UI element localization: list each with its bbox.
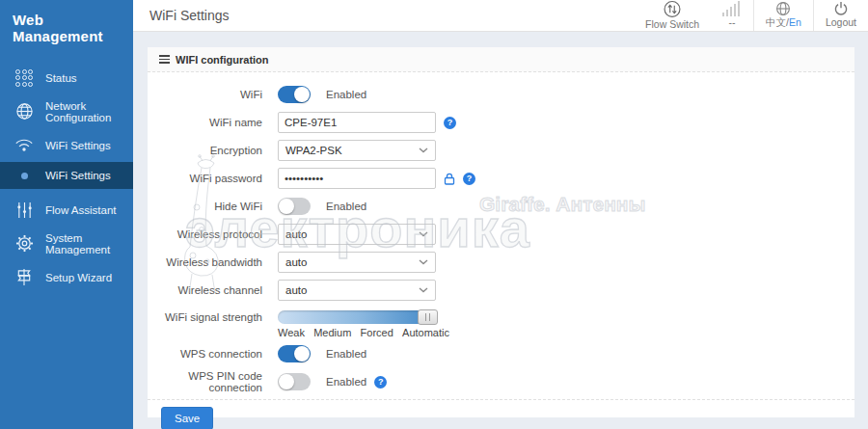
topbar: WiFi Settings Flow Switch -- 中文/En — [133, 0, 868, 32]
wifi-name-label: WiFi name — [148, 117, 278, 128]
sliders-icon — [13, 201, 36, 219]
wifi-toggle[interactable] — [278, 86, 311, 103]
wifi-row: WiFi Enabled — [148, 84, 854, 105]
sidebar: Web Management Status Network Configurat… — [0, 0, 133, 429]
wireless-bandwidth-select[interactable]: auto — [278, 252, 436, 273]
wireless-bandwidth-label: Wireless bandwidth — [148, 256, 278, 268]
sidebar-item-status[interactable]: Status — [0, 61, 133, 94]
sidebar-item-label: Setup Wizard — [45, 272, 112, 283]
encryption-label: Encryption — [148, 145, 278, 156]
help-icon[interactable]: ? — [444, 117, 456, 129]
chevron-down-icon — [419, 231, 428, 237]
slider-option-medium[interactable]: Medium — [313, 327, 351, 338]
wifi-name-input[interactable] — [278, 112, 436, 133]
wireless-protocol-select[interactable]: auto — [278, 224, 436, 245]
flow-switch-icon — [663, 0, 682, 18]
wireless-channel-select[interactable]: auto — [278, 280, 436, 301]
language-globe-icon — [775, 1, 791, 16]
hide-wifi-toggle[interactable] — [278, 198, 311, 215]
encryption-row: Encryption WPA2-PSK — [148, 140, 854, 161]
sidebar-item-label: Flow Assistant — [45, 204, 117, 216]
signal-bars-icon — [722, 1, 742, 16]
save-button[interactable]: Save — [161, 407, 213, 429]
active-bullet-dot — [13, 173, 36, 179]
wifi-state-label: Enabled — [326, 89, 366, 100]
hide-wifi-state-label: Enabled — [326, 201, 366, 212]
slider-handle[interactable] — [418, 309, 438, 325]
wifi-icon — [13, 138, 36, 152]
sidebar-item-label: System Management — [45, 232, 133, 255]
globe-icon — [13, 102, 36, 121]
encryption-value: WPA2-PSK — [285, 145, 342, 156]
wireless-protocol-row: Wireless protocol auto — [148, 224, 854, 245]
signal-status: -- — [729, 16, 736, 29]
language-switch-button[interactable]: 中文/En — [753, 0, 813, 31]
sidebar-item-network-configuration[interactable]: Network Configuration — [0, 94, 133, 128]
wireless-channel-row: Wireless channel auto — [148, 280, 854, 301]
sidebar-item-label: WiFi Settings — [45, 140, 111, 151]
wifi-configuration-panel: WIFI configuration WiFi Enabled WiFi nam… — [148, 47, 854, 417]
wifi-password-row: WiFi password ? — [148, 168, 854, 189]
signal-indicator: -- — [711, 0, 753, 31]
sidebar-item-label: Status — [45, 72, 77, 84]
help-icon[interactable]: ? — [374, 376, 387, 389]
signal-strength-slider[interactable] — [278, 310, 438, 324]
wps-pin-row: WPS PIN code connection Enabled ? — [148, 371, 854, 392]
hamburger-icon — [159, 55, 170, 64]
sidebar-item-setup-wizard[interactable]: Setup Wizard — [0, 260, 133, 294]
wps-toggle[interactable] — [278, 345, 311, 362]
save-area: Save — [148, 399, 854, 429]
wifi-form: WiFi Enabled WiFi name ? Encryption WPA2… — [148, 72, 854, 429]
wifi-name-row: WiFi name ? — [148, 112, 854, 133]
sidebar-item-flow-assistant[interactable]: Flow Assistant — [0, 193, 133, 227]
wps-pin-label: WPS PIN code connection — [148, 370, 278, 393]
sidebar-item-label: WiFi Settings — [45, 170, 111, 181]
language-en-link: En — [789, 16, 801, 28]
wps-pin-state-label: Enabled — [326, 376, 366, 388]
wifi-label: WiFi — [148, 89, 278, 100]
app-brand: Web Management — [0, 0, 133, 44]
chevron-down-icon — [419, 147, 428, 153]
hide-wifi-label: Hide WiFi — [148, 201, 278, 212]
wireless-channel-label: Wireless channel — [148, 284, 278, 296]
wireless-bandwidth-row: Wireless bandwidth auto — [148, 252, 854, 273]
slider-option-automatic[interactable]: Automatic — [402, 327, 449, 338]
wps-state-label: Enabled — [326, 348, 366, 360]
wps-pin-toggle[interactable] — [278, 373, 311, 390]
sidebar-subitem-wifi-settings[interactable]: WiFi Settings — [0, 162, 133, 189]
flow-switch-label: Flow Switch — [645, 18, 699, 31]
signal-strength-row: WiFi signal strength Weak Medium Forced … — [148, 308, 854, 338]
chevron-down-icon — [419, 259, 428, 265]
status-grid-icon — [13, 69, 36, 87]
slider-scale-labels: Weak Medium Forced Automatic — [278, 327, 449, 338]
signal-strength-label: WiFi signal strength — [148, 311, 278, 323]
panel-title: WIFI configuration — [176, 54, 269, 66]
wps-row: WPS connection Enabled — [148, 343, 854, 364]
sidebar-item-wifi-settings[interactable]: WiFi Settings — [0, 128, 133, 162]
language-label: 中文/En — [766, 16, 801, 29]
hide-wifi-row: Hide WiFi Enabled — [148, 196, 854, 217]
signpost-icon — [13, 268, 36, 286]
wireless-protocol-value: auto — [285, 228, 307, 240]
gear-icon — [13, 234, 36, 253]
sidebar-nav: Status Network Configuration WiFi Settin… — [0, 61, 133, 294]
sidebar-item-system-management[interactable]: System Management — [0, 227, 133, 260]
slider-option-weak[interactable]: Weak — [278, 327, 305, 338]
wps-label: WPS connection — [148, 348, 278, 360]
chevron-down-icon — [419, 287, 428, 293]
help-icon[interactable]: ? — [463, 173, 475, 185]
wifi-password-input[interactable] — [278, 168, 436, 189]
logout-label: Logout — [826, 16, 856, 29]
lock-icon[interactable] — [444, 173, 455, 185]
wireless-bandwidth-value: auto — [285, 256, 307, 268]
slider-option-forced[interactable]: Forced — [361, 327, 393, 338]
logout-button[interactable]: Logout — [813, 0, 868, 31]
wireless-channel-value: auto — [285, 284, 307, 296]
encryption-select[interactable]: WPA2-PSK — [278, 140, 436, 161]
wireless-protocol-label: Wireless protocol — [148, 228, 278, 240]
wifi-password-label: WiFi password — [148, 173, 278, 184]
flow-switch-button[interactable]: Flow Switch — [634, 0, 711, 31]
panel-header: WIFI configuration — [148, 47, 854, 72]
page-title: WiFi Settings — [133, 0, 229, 31]
power-icon — [833, 1, 849, 16]
